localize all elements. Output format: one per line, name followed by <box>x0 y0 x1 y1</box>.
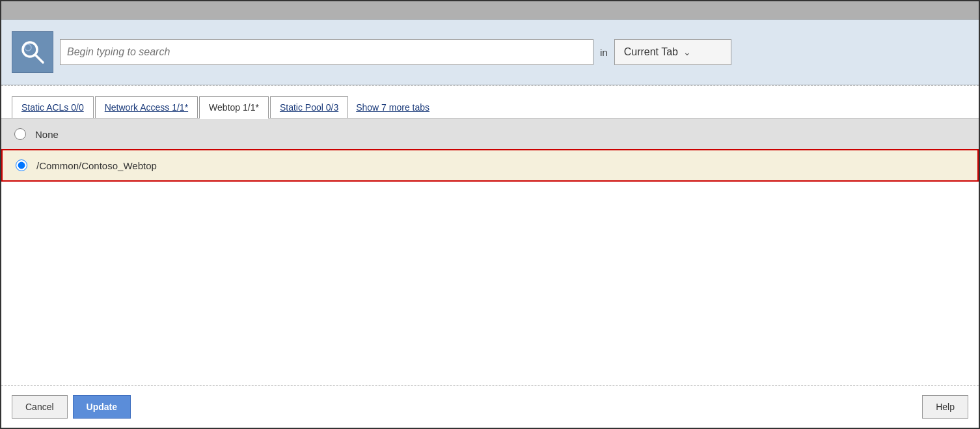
update-button[interactable]: Update <box>73 395 131 419</box>
tab-webtop[interactable]: Webtop 1/1* <box>199 96 269 119</box>
scope-dropdown[interactable]: Current Tab ⌄ <box>614 39 731 65</box>
search-area: in Current Tab ⌄ <box>1 20 979 85</box>
tab-static-pool[interactable]: Static Pool 0/3 <box>270 96 348 118</box>
search-input[interactable] <box>60 39 593 65</box>
scope-label: Current Tab <box>624 46 678 58</box>
radio-option-contoso-webtop[interactable]: /Common/Contoso_Webtop <box>1 149 979 182</box>
footer: Cancel Update Help <box>1 386 979 428</box>
tabs-area: Static ACLs 0/0 Network Access 1/1* Webt… <box>1 86 979 119</box>
tab-static-acls[interactable]: Static ACLs 0/0 <box>12 96 94 118</box>
search-icon <box>18 38 47 66</box>
show-more-tabs[interactable]: Show 7 more tabs <box>349 97 436 118</box>
dialog: in Current Tab ⌄ Static ACLs 0/0 Network… <box>0 0 980 429</box>
search-icon-box <box>12 31 53 73</box>
radio-contoso-label: /Common/Contoso_Webtop <box>36 160 157 171</box>
title-bar <box>1 1 979 20</box>
in-label: in <box>600 47 608 58</box>
help-button[interactable]: Help <box>922 395 968 419</box>
footer-left-buttons: Cancel Update <box>12 395 131 419</box>
tab-network-access[interactable]: Network Access 1/1* <box>95 96 198 118</box>
radio-contoso-webtop[interactable] <box>16 159 27 171</box>
radio-none[interactable] <box>14 128 26 140</box>
radio-option-none[interactable]: None <box>1 119 979 149</box>
chevron-down-icon: ⌄ <box>683 47 691 57</box>
radio-none-label: None <box>35 129 59 140</box>
radio-list: None /Common/Contoso_Webtop <box>1 119 979 385</box>
content-area: None /Common/Contoso_Webtop <box>1 119 979 385</box>
cancel-button[interactable]: Cancel <box>12 395 68 419</box>
svg-point-2 <box>25 44 31 51</box>
svg-line-1 <box>35 55 43 62</box>
